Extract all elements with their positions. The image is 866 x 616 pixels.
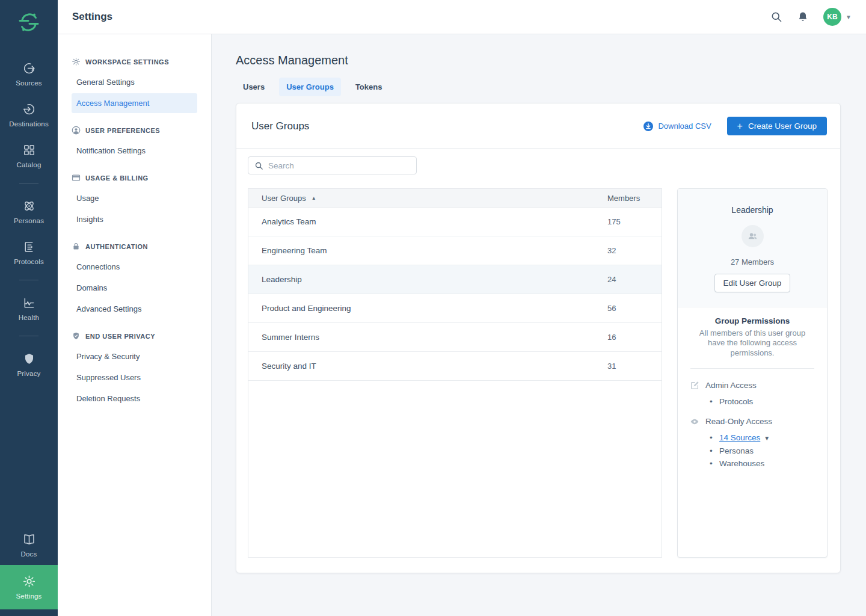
permission-item-14-sources: 14 Sources▼ — [710, 431, 815, 445]
tab-tokens[interactable]: Tokens — [348, 78, 390, 96]
settings-nav-section: USER PREFERENCESNotification Settings — [58, 121, 211, 161]
sidebar-bottom-strip — [0, 609, 58, 616]
members-count-cell: 31 — [607, 362, 662, 371]
create-user-group-button[interactable]: + Create User Group — [727, 117, 827, 135]
personas-icon — [22, 199, 36, 213]
column-header-label: User Groups — [262, 194, 306, 203]
health-icon — [22, 295, 36, 310]
sidebar-item-label: Catalog — [16, 161, 41, 168]
settings-nav-item-domains[interactable]: Domains — [72, 278, 197, 298]
chevron-down-icon: ▼ — [846, 14, 852, 20]
settings-nav-item-insights[interactable]: Insights — [72, 209, 197, 229]
sidebar-item-protocols[interactable]: Protocols — [0, 232, 58, 273]
table-row-leadership[interactable]: Leadership24 — [248, 265, 662, 294]
sidebar-item-destinations[interactable]: Destinations — [0, 94, 58, 135]
settings-nav-heading: WORKSPACE SETTINGS — [58, 52, 211, 71]
tab-users[interactable]: Users — [236, 78, 272, 96]
page-title: Access Management — [236, 54, 841, 67]
card-icon — [72, 173, 81, 182]
download-csv-label: Download CSV — [658, 122, 711, 131]
settings-nav-heading: USAGE & BILLING — [58, 168, 211, 187]
group-name-cell: Analytics Team — [248, 217, 607, 226]
edit-icon — [690, 381, 699, 390]
settings-nav-section: AUTHENTICATIONConnectionsDomainsAdvanced… — [58, 237, 211, 319]
settings-nav-item-notification-settings[interactable]: Notification Settings — [72, 141, 197, 161]
settings-nav-heading-label: AUTHENTICATION — [85, 243, 148, 250]
permission-list: Protocols — [710, 395, 815, 408]
sources-count-link[interactable]: 14 Sources — [719, 433, 760, 442]
settings-nav-item-privacy-security[interactable]: Privacy & Security — [72, 346, 197, 366]
table-row-engineering-team[interactable]: Engineering Team32 — [248, 236, 662, 265]
permission-group-read-only-access: Read-Only Access14 Sources▼PersonasWareh… — [690, 417, 815, 470]
permission-groups: Admin AccessProtocolsRead-Only Access14 … — [690, 381, 815, 470]
download-icon — [643, 122, 653, 131]
table-row-analytics-team[interactable]: Analytics Team175 — [248, 208, 662, 236]
segment-logo-icon — [17, 11, 40, 34]
group-name-cell: Leadership — [248, 275, 607, 284]
settings-nav-item-usage[interactable]: Usage — [72, 188, 197, 208]
main-content: Access Management UsersUser GroupsTokens… — [212, 34, 866, 616]
settings-nav-section: USAGE & BILLINGUsageInsights — [58, 168, 211, 229]
plus-icon: + — [737, 122, 743, 131]
settings-nav-item-connections[interactable]: Connections — [72, 257, 197, 277]
card-header: User Groups Download CSV + Create User G… — [236, 103, 840, 149]
primary-nav-bottom: Docs Settings — [0, 524, 58, 616]
permission-list: 14 Sources▼PersonasWarehouses — [710, 431, 815, 470]
sidebar-item-settings[interactable]: Settings — [0, 565, 58, 609]
account-menu[interactable]: KB ▼ — [823, 8, 852, 26]
sidebar-item-personas[interactable]: Personas — [0, 191, 58, 232]
sidebar-item-docs[interactable]: Docs — [0, 524, 58, 565]
people-icon — [747, 230, 758, 242]
settings-nav-item-advanced-settings[interactable]: Advanced Settings — [72, 299, 197, 319]
settings-nav-item-general-settings[interactable]: General Settings — [72, 72, 197, 92]
group-name-cell: Summer Interns — [248, 333, 607, 342]
edit-user-group-button[interactable]: Edit User Group — [714, 274, 791, 292]
settings-nav-heading-label: USAGE & BILLING — [85, 174, 149, 182]
search-icon — [254, 161, 263, 170]
download-csv-link[interactable]: Download CSV — [643, 122, 711, 131]
segment-logo[interactable] — [0, 0, 58, 40]
settings-nav-heading-label: WORKSPACE SETTINGS — [85, 58, 169, 66]
sidebar-item-label: Sources — [16, 79, 42, 87]
column-header-members[interactable]: Members — [607, 194, 662, 203]
table-row-security-and-it[interactable]: Security and IT31 — [248, 352, 662, 381]
sidebar-item-privacy[interactable]: Privacy — [0, 343, 58, 384]
settings-nav-item-suppressed-users[interactable]: Suppressed Users — [72, 368, 197, 387]
permission-group-admin-access: Admin AccessProtocols — [690, 381, 815, 408]
search-input[interactable] — [268, 161, 410, 170]
lock-icon — [72, 242, 81, 251]
chevron-down-icon[interactable]: ▼ — [764, 435, 770, 442]
settings-nav-heading: AUTHENTICATION — [58, 237, 211, 256]
sidebar-item-catalog[interactable]: Catalog — [0, 135, 58, 176]
members-count-cell: 32 — [607, 246, 662, 255]
settings-nav-item-access-management[interactable]: Access Management — [72, 93, 197, 113]
sidebar-item-label: Protocols — [14, 258, 44, 265]
sidebar-item-health[interactable]: Health — [0, 288, 58, 328]
tab-user-groups[interactable]: User Groups — [279, 78, 341, 96]
permission-group-label: Admin Access — [705, 381, 757, 390]
catalog-icon — [22, 143, 36, 157]
permissions-subtitle: All members of this user group have the … — [691, 328, 814, 358]
group-detail-panel: Leadership 27 Members Edit User Group Gr… — [677, 188, 828, 558]
user-icon — [72, 126, 81, 135]
sidebar-item-sources[interactable]: Sources — [0, 53, 58, 94]
destinations-icon — [22, 102, 36, 116]
column-header-user-groups[interactable]: User Groups▲ — [248, 194, 607, 203]
top-bar: Settings KB ▼ — [58, 0, 866, 34]
divider — [690, 368, 814, 369]
divider — [19, 280, 38, 280]
user-groups-card: User Groups Download CSV + Create User G… — [236, 103, 841, 573]
settings-nav-section: END USER PRIVACYPrivacy & SecuritySuppre… — [58, 327, 211, 408]
table-row-summer-interns[interactable]: Summer Interns16 — [248, 323, 662, 352]
settings-nav-item-deletion-requests[interactable]: Deletion Requests — [72, 389, 197, 408]
sidebar-item-label: Health — [19, 314, 39, 321]
table-row-product-and-engineering[interactable]: Product and Engineering56 — [248, 294, 662, 323]
permission-group-label: Read-Only Access — [705, 417, 772, 426]
table-header-row: User Groups▲Members — [248, 189, 662, 208]
permission-item-personas: Personas — [710, 445, 815, 457]
members-count-cell: 56 — [607, 304, 662, 313]
nav-group: Health — [0, 284, 58, 332]
notifications-bell-icon[interactable] — [797, 11, 809, 23]
members-count-cell: 175 — [607, 217, 662, 226]
search-icon[interactable] — [770, 11, 782, 23]
